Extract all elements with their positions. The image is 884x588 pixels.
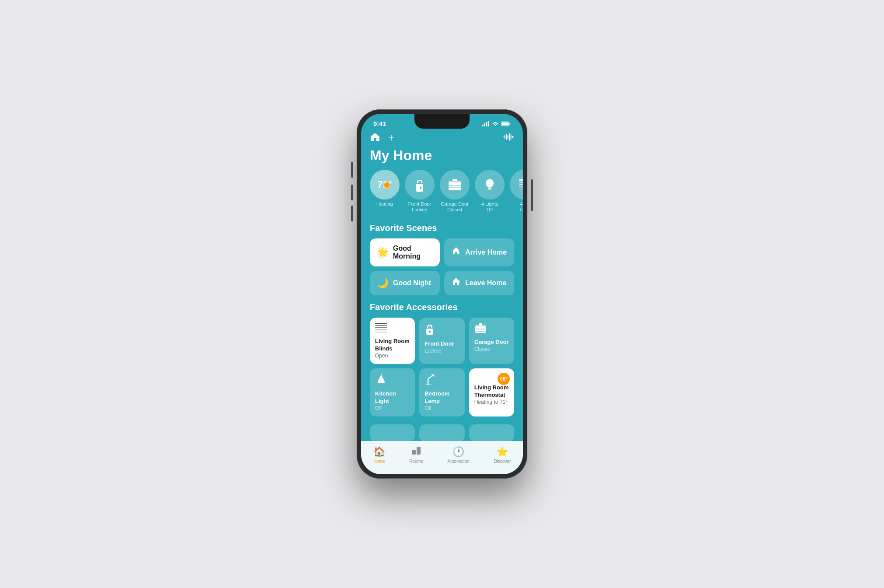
accessory-thermostat[interactable]: 68° Living Room Thermostat Heating to 71… <box>469 368 514 416</box>
tab-discover-label: Discover <box>494 459 511 464</box>
good-night-label: Good Night <box>393 279 431 287</box>
blinds-label: 4 BliOpe <box>520 201 523 213</box>
accessory-living-room-blinds[interactable]: Living Room Blinds Open <box>370 318 415 364</box>
home-icon[interactable] <box>370 132 380 144</box>
device-tile-heating[interactable]: 71° Heating <box>370 170 400 213</box>
svg-rect-1 <box>484 123 485 126</box>
wifi-icon <box>492 121 499 126</box>
accessory-bedroom-lamp[interactable]: Bedroom Lamp Off <box>419 368 464 416</box>
device-tile-garage[interactable]: Garage DoorClosed <box>440 170 470 213</box>
desk-lamp-icon <box>424 374 459 388</box>
time: 9:41 <box>373 120 386 127</box>
scroll-area[interactable]: 71° Heating Front Doo <box>361 170 523 441</box>
bedroom-lamp-status: Off <box>424 405 459 411</box>
front-door-acc-status: Locked <box>424 348 459 354</box>
front-door-label: Front DoorLocked <box>408 201 431 213</box>
svg-rect-26 <box>519 179 523 181</box>
svg-point-4 <box>495 125 496 126</box>
svg-rect-35 <box>375 323 387 324</box>
accessories-section-title: Favorite Accessories <box>361 299 523 318</box>
heating-label: Heating <box>376 201 393 207</box>
front-door-circle <box>405 170 435 200</box>
blinds-icon <box>375 323 410 335</box>
page-title: My Home <box>361 146 523 170</box>
heating-circle: 71° <box>370 170 400 200</box>
phone-frame: 9:41 <box>357 109 527 479</box>
kitchen-light-status: Off <box>375 405 410 411</box>
partial-tile-3 <box>469 424 514 441</box>
svg-rect-6 <box>509 123 510 125</box>
good-morning-icon: 🌟 <box>377 247 389 258</box>
partial-tile-2 <box>419 424 464 441</box>
tab-automation-icon: 🕐 <box>453 446 464 458</box>
device-tiles-row: 71° Heating Front Doo <box>361 170 523 220</box>
svg-rect-11 <box>508 135 509 139</box>
battery-icon <box>501 121 511 126</box>
tab-home[interactable]: 🏠 Home <box>365 444 394 466</box>
svg-rect-10 <box>506 134 507 140</box>
good-morning-label: Good Morning <box>393 245 433 260</box>
lock-icon <box>424 323 459 338</box>
svg-rect-2 <box>486 122 487 126</box>
tab-rooms-label: Rooms <box>409 459 423 464</box>
svg-rect-7 <box>502 122 509 125</box>
device-tile-front-door[interactable]: Front DoorLocked <box>405 170 435 213</box>
leave-home-label: Leave Home <box>465 279 506 287</box>
leave-home-icon <box>451 277 461 289</box>
header-left: + <box>370 132 394 144</box>
svg-rect-29 <box>519 186 523 187</box>
tab-home-icon: 🏠 <box>373 446 385 458</box>
svg-rect-27 <box>519 182 523 183</box>
scene-arrive-home[interactable]: Arrive Home <box>444 238 514 266</box>
arrive-home-label: Arrive Home <box>465 248 507 256</box>
device-tile-blinds[interactable]: 4 BliOpe <box>510 170 523 213</box>
svg-rect-0 <box>482 125 483 126</box>
lights-circle <box>475 170 505 200</box>
status-icons <box>482 121 511 126</box>
thermostat-status: Heating to 71° <box>474 399 509 405</box>
accessory-kitchen-light[interactable]: Kitchen Light Off <box>370 368 415 416</box>
svg-rect-36 <box>375 325 387 326</box>
svg-rect-50 <box>412 450 416 455</box>
scene-good-morning[interactable]: 🌟 Good Morning <box>370 238 440 266</box>
add-button[interactable]: + <box>388 132 394 144</box>
device-tile-lights[interactable]: 4 LightsOff <box>475 170 505 213</box>
heating-badge <box>383 182 390 189</box>
svg-rect-13 <box>511 134 512 140</box>
bedroom-lamp-name: Bedroom Lamp <box>424 390 459 405</box>
garage-door-acc-name: Garage Door <box>474 339 509 346</box>
svg-rect-25 <box>488 189 491 190</box>
front-door-acc-name: Front Door <box>424 340 459 348</box>
svg-point-23 <box>486 179 494 188</box>
scene-leave-home[interactable]: Leave Home <box>444 271 514 295</box>
tab-automation[interactable]: 🕐 Automation <box>438 444 478 466</box>
tab-rooms[interactable]: Rooms <box>400 444 432 466</box>
svg-rect-3 <box>488 121 489 126</box>
accessory-front-door[interactable]: Front Door Locked <box>419 318 464 364</box>
kitchen-light-name: Kitchen Light <box>375 390 410 405</box>
tab-bar: 🏠 Home Rooms 🕐 Automation ⭐ Discover <box>361 441 523 474</box>
svg-point-17 <box>420 187 421 189</box>
tab-discover[interactable]: ⭐ Discover <box>485 444 519 466</box>
svg-rect-18 <box>449 182 461 190</box>
partial-tile-1 <box>370 424 415 441</box>
svg-rect-51 <box>417 447 421 455</box>
header: + <box>361 129 523 146</box>
accessories-grid: Living Room Blinds Open Front Door Locke… <box>361 318 523 420</box>
tab-automation-label: Automation <box>447 459 470 464</box>
garage-label: Garage DoorClosed <box>441 201 469 213</box>
notch <box>414 114 470 129</box>
svg-rect-39 <box>375 332 387 332</box>
svg-rect-14 <box>512 136 513 138</box>
accessory-garage-door[interactable]: Garage Door Closed <box>469 318 514 364</box>
svg-rect-38 <box>375 329 387 330</box>
scene-good-night[interactable]: 🌙 Good Night <box>370 271 440 295</box>
garage-circle <box>440 170 470 200</box>
signal-icon <box>482 121 490 126</box>
svg-rect-37 <box>375 327 387 328</box>
svg-rect-46 <box>479 323 482 326</box>
status-bar: 9:41 <box>361 114 523 129</box>
siri-button[interactable] <box>503 132 514 144</box>
svg-rect-30 <box>519 189 523 189</box>
tab-rooms-icon <box>411 446 421 458</box>
